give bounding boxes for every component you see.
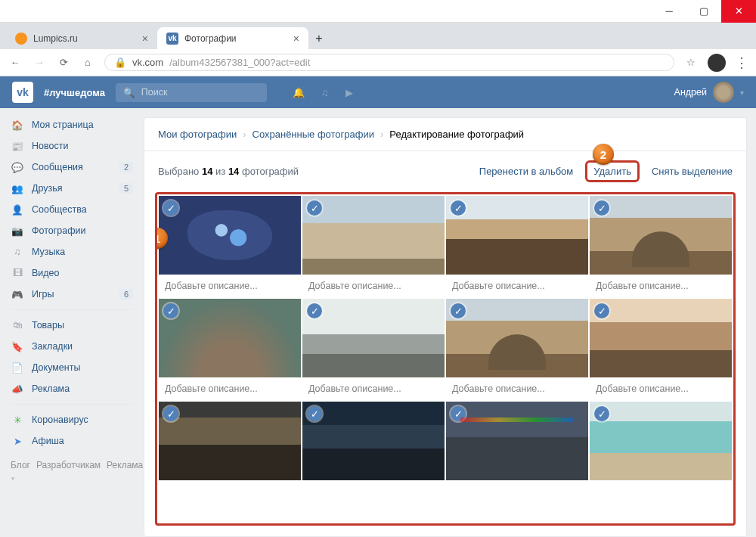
footer-link[interactable]: Разработчикам — [36, 460, 101, 470]
window-maximize-button[interactable]: ▢ — [686, 0, 721, 23]
breadcrumb-mid[interactable]: Сохранённые фотографии — [253, 129, 374, 140]
photo-description-input[interactable]: Добавьте описание... — [590, 377, 732, 400]
photo-cell[interactable]: ✓Добавьте описание... — [446, 196, 588, 297]
photo-thumb[interactable]: ✓ — [159, 299, 301, 377]
photo-thumb[interactable]: ✓ — [446, 402, 588, 480]
checkmark-icon[interactable]: ✓ — [163, 200, 178, 216]
photo-cell[interactable]: ✓Добавьте описание... — [302, 196, 445, 297]
photo-cell[interactable]: ✓ — [159, 402, 301, 480]
photo-cell[interactable]: ✓Добавьте описание... — [590, 196, 732, 297]
lock-icon: 🔒 — [114, 57, 126, 68]
vk-hashtag[interactable]: #лучшедома — [44, 87, 105, 98]
sidebar-item[interactable]: 🎮Игры6 — [0, 284, 144, 305]
browser-tab-lumpics[interactable]: Lumpics.ru × — [6, 27, 157, 49]
footer-link[interactable]: Блог — [11, 460, 30, 470]
profile-avatar-button[interactable] — [708, 54, 726, 72]
new-tab-button[interactable]: + — [308, 27, 330, 49]
nav-back-button[interactable]: ← — [8, 55, 23, 70]
nav-home-button[interactable]: ⌂ — [80, 55, 95, 70]
sidebar-item[interactable]: 📣Реклама — [0, 378, 144, 399]
photo-thumb[interactable]: ✓ — [446, 299, 588, 377]
photo-thumb[interactable]: ✓ — [159, 402, 301, 480]
sidebar-item-label: Товары — [32, 320, 64, 331]
sidebar-item[interactable]: 🛍Товары — [0, 315, 144, 336]
vk-user-menu[interactable]: Андрей ▾ — [674, 82, 744, 103]
photo-description-input[interactable]: Добавьте описание... — [302, 275, 445, 297]
photo-description-input[interactable]: Добавьте описание... — [446, 377, 588, 400]
vk-logo[interactable]: vk — [12, 82, 33, 103]
checkmark-icon[interactable]: ✓ — [594, 303, 609, 318]
checkmark-icon[interactable]: ✓ — [163, 303, 178, 318]
vk-search-input[interactable]: 🔍 Поиск — [116, 83, 267, 102]
sidebar-item[interactable]: ♫Музыка — [0, 241, 144, 262]
address-bar[interactable]: 🔒 vk.com/album432567381_000?act=edit — [104, 54, 674, 71]
photo-description-input[interactable]: Добавьте описание... — [590, 275, 732, 297]
checkmark-icon[interactable]: ✓ — [307, 406, 322, 421]
selection-bar: Выбрано 14 из 14 фотографий Перенести в … — [144, 151, 746, 191]
photo-thumb[interactable]: ✓ — [590, 196, 732, 275]
sidebar-item[interactable]: 🎞Видео — [0, 262, 144, 284]
checkmark-icon[interactable]: ✓ — [594, 200, 609, 216]
sidebar-item[interactable]: 🔖Закладки — [0, 336, 144, 357]
star-icon[interactable]: ☆ — [683, 55, 699, 70]
checkmark-icon[interactable]: ✓ — [451, 303, 466, 318]
photo-thumb[interactable]: ✓ — [302, 299, 445, 377]
photo-thumb[interactable]: ✓ — [590, 299, 732, 377]
sidebar-badge: 5 — [119, 183, 133, 194]
nav-reload-button[interactable]: ⟳ — [56, 55, 71, 70]
checkmark-icon[interactable]: ✓ — [594, 406, 609, 421]
checkmark-icon[interactable]: ✓ — [163, 406, 178, 421]
footer-link[interactable]: Реклама — [107, 460, 143, 470]
photo-cell[interactable]: ✓ — [446, 402, 588, 480]
move-to-album-link[interactable]: Перенести в альбом — [479, 166, 574, 177]
checkmark-icon[interactable]: ✓ — [451, 406, 466, 421]
photo-thumb[interactable]: ✓ — [446, 196, 588, 275]
photo-grid: ✓Добавьте описание...✓Добавьте описание.… — [159, 196, 732, 480]
sidebar-item[interactable]: 🏠Моя страница — [0, 114, 144, 135]
nav-forward-button[interactable]: → — [32, 55, 47, 70]
clear-selection-link[interactable]: Снять выделение — [652, 166, 733, 177]
breadcrumb-root[interactable]: Мои фотографии — [158, 129, 237, 140]
photo-thumb[interactable]: ✓ — [302, 402, 445, 480]
tab-close-button[interactable]: × — [142, 33, 148, 45]
sidebar-item[interactable]: 📷Фотографии — [0, 220, 144, 241]
photo-cell[interactable]: ✓Добавьте описание... — [446, 299, 588, 400]
notifications-icon[interactable]: 🔔 — [293, 87, 305, 98]
delete-link[interactable]: Удалить — [593, 166, 631, 177]
photo-description-input[interactable]: Добавьте описание... — [159, 275, 301, 297]
checkmark-icon[interactable]: ✓ — [451, 200, 466, 216]
photo-cell[interactable]: ✓Добавьте описание... — [302, 299, 445, 400]
sidebar-item[interactable]: 📰Новости — [0, 135, 144, 157]
photo-cell[interactable]: ✓ — [302, 402, 445, 480]
photo-cell[interactable]: ✓Добавьте описание... — [159, 299, 301, 400]
checkmark-icon[interactable]: ✓ — [307, 303, 322, 318]
play-icon[interactable]: ▶ — [345, 87, 353, 98]
window-minimize-button[interactable]: ─ — [652, 0, 686, 23]
music-icon[interactable]: ♫ — [321, 87, 329, 98]
photo-description-input[interactable]: Добавьте описание... — [159, 377, 301, 400]
photo-cell[interactable]: ✓Добавьте описание... — [590, 299, 732, 400]
sidebar-separator — [11, 309, 133, 310]
sidebar-item[interactable]: 👤Сообщества — [0, 199, 144, 220]
window-close-button[interactable]: ✕ — [721, 0, 756, 23]
photo-cell[interactable]: ✓ — [590, 402, 732, 480]
selection-count: Выбрано 14 из 14 фотографий — [158, 166, 299, 177]
sidebar-item[interactable]: 💬Сообщения2 — [0, 157, 144, 178]
photo-cell[interactable]: ✓Добавьте описание... — [159, 196, 301, 297]
sidebar-item-label: Закладки — [32, 341, 73, 352]
browser-menu-button[interactable]: ⋮ — [735, 54, 748, 71]
checkmark-icon[interactable]: ✓ — [307, 200, 322, 216]
tab-close-button[interactable]: × — [293, 33, 299, 45]
sidebar-item[interactable]: ✳Коронавирус — [0, 409, 144, 430]
photo-thumb[interactable]: ✓ — [302, 196, 445, 275]
sidebar-item[interactable]: 📄Документы — [0, 357, 144, 378]
home-icon: 🏠 — [11, 118, 24, 132]
photo-description-input[interactable]: Добавьте описание... — [302, 377, 445, 400]
photo-thumb[interactable]: ✓ — [159, 196, 301, 275]
sidebar-item[interactable]: ➤Афиша — [0, 430, 144, 452]
sidebar-item[interactable]: 👥Друзья5 — [0, 178, 144, 199]
sidebar-item-label: Сообщества — [32, 204, 87, 215]
photo-description-input[interactable]: Добавьте описание... — [446, 275, 588, 297]
browser-tab-photos[interactable]: vk Фотографии × — [157, 27, 308, 49]
photo-thumb[interactable]: ✓ — [590, 402, 732, 480]
